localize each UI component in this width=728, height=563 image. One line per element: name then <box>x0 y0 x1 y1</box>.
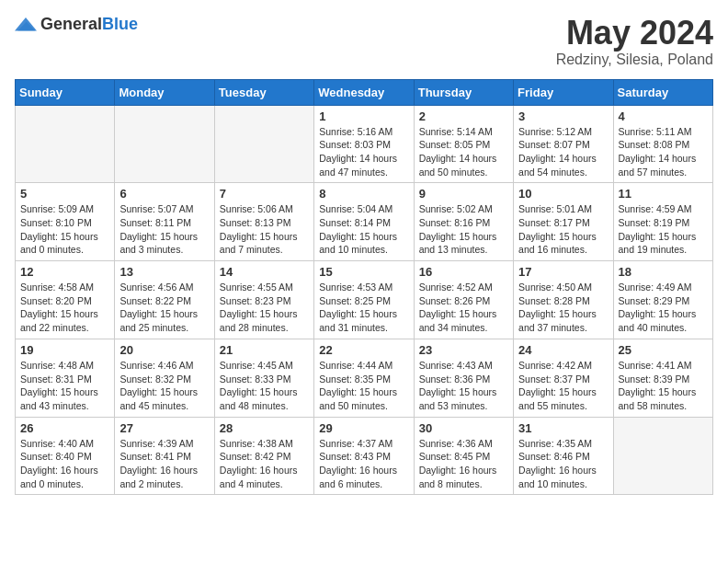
daylight-text: and 10 minutes. <box>518 478 587 489</box>
day-info: Sunrise: 5:12 AMSunset: 8:07 PMDaylight:… <box>518 125 608 179</box>
daylight-text: and 57 minutes. <box>619 167 688 178</box>
sunrise-text: Sunrise: 4:50 AM <box>518 282 592 293</box>
calendar-cell: 15Sunrise: 4:53 AMSunset: 8:25 PMDayligh… <box>314 261 414 339</box>
calendar-cell <box>613 417 712 495</box>
sunset-text: Sunset: 8:40 PM <box>20 451 92 462</box>
day-number: 18 <box>619 265 708 279</box>
day-info: Sunrise: 4:37 AMSunset: 8:43 PMDaylight:… <box>319 437 408 491</box>
calendar-cell: 28Sunrise: 4:38 AMSunset: 8:42 PMDayligh… <box>214 417 313 495</box>
daylight-text: Daylight: 15 hours <box>220 308 298 319</box>
sunrise-text: Sunrise: 5:02 AM <box>419 203 493 214</box>
daylight-text: and 37 minutes. <box>518 322 587 333</box>
sunrise-text: Sunrise: 5:09 AM <box>20 203 94 214</box>
day-number: 8 <box>319 187 408 201</box>
day-number: 23 <box>419 343 508 357</box>
day-number: 20 <box>119 343 209 357</box>
day-info: Sunrise: 4:50 AMSunset: 8:28 PMDaylight:… <box>518 281 608 335</box>
sunrise-text: Sunrise: 4:44 AM <box>319 360 392 371</box>
sunrise-text: Sunrise: 4:59 AM <box>619 203 692 214</box>
day-number: 29 <box>319 421 408 435</box>
daylight-text: and 28 minutes. <box>220 322 289 333</box>
sunset-text: Sunset: 8:17 PM <box>518 217 590 228</box>
sunset-text: Sunset: 8:29 PM <box>619 295 690 306</box>
daylight-text: Daylight: 15 hours <box>419 308 497 319</box>
daylight-text: and 40 minutes. <box>619 322 688 333</box>
calendar-cell: 5Sunrise: 5:09 AMSunset: 8:10 PMDaylight… <box>16 183 115 261</box>
weekday-header-row: SundayMondayTuesdayWednesdayThursdayFrid… <box>16 79 713 105</box>
sunrise-text: Sunrise: 4:40 AM <box>20 438 94 449</box>
daylight-text: Daylight: 15 hours <box>20 386 98 397</box>
daylight-text: Daylight: 15 hours <box>319 386 397 397</box>
day-number: 4 <box>619 109 708 123</box>
day-number: 14 <box>220 265 309 279</box>
day-info: Sunrise: 5:11 AMSunset: 8:08 PMDaylight:… <box>619 125 708 179</box>
sunset-text: Sunset: 8:33 PM <box>220 373 291 385</box>
calendar-cell: 13Sunrise: 4:56 AMSunset: 8:22 PMDayligh… <box>115 261 214 339</box>
weekday-header-saturday: Saturday <box>613 79 712 105</box>
daylight-text: Daylight: 15 hours <box>619 308 697 319</box>
sunrise-text: Sunrise: 5:14 AM <box>419 126 493 137</box>
day-number: 9 <box>419 187 508 201</box>
calendar-week-row: 12Sunrise: 4:58 AMSunset: 8:20 PMDayligh… <box>16 261 713 339</box>
sunrise-text: Sunrise: 4:55 AM <box>220 282 293 293</box>
daylight-text: Daylight: 15 hours <box>319 231 397 242</box>
sunset-text: Sunset: 8:26 PM <box>419 295 491 306</box>
day-info: Sunrise: 5:16 AMSunset: 8:03 PMDaylight:… <box>319 125 408 179</box>
sunrise-text: Sunrise: 5:06 AM <box>220 203 293 214</box>
sunrise-text: Sunrise: 4:38 AM <box>220 438 293 449</box>
day-number: 3 <box>518 109 608 123</box>
daylight-text: Daylight: 14 hours <box>518 153 597 164</box>
daylight-text: Daylight: 16 hours <box>119 465 198 476</box>
sunset-text: Sunset: 8:16 PM <box>419 217 491 228</box>
calendar-cell: 19Sunrise: 4:48 AMSunset: 8:31 PMDayligh… <box>16 339 115 417</box>
day-number: 19 <box>20 343 109 357</box>
sunset-text: Sunset: 8:03 PM <box>319 139 391 150</box>
day-number: 30 <box>419 421 508 435</box>
day-info: Sunrise: 4:41 AMSunset: 8:39 PMDaylight:… <box>619 359 708 413</box>
daylight-text: Daylight: 16 hours <box>518 465 597 476</box>
calendar-cell: 22Sunrise: 4:44 AMSunset: 8:35 PMDayligh… <box>314 339 414 417</box>
sunset-text: Sunset: 8:41 PM <box>119 451 191 462</box>
calendar-cell: 6Sunrise: 5:07 AMSunset: 8:11 PMDaylight… <box>115 183 214 261</box>
day-info: Sunrise: 5:04 AMSunset: 8:14 PMDaylight:… <box>319 202 408 257</box>
day-number: 5 <box>20 187 109 201</box>
daylight-text: Daylight: 15 hours <box>220 231 298 242</box>
calendar-cell: 1Sunrise: 5:16 AMSunset: 8:03 PMDaylight… <box>314 105 414 183</box>
daylight-text: Daylight: 14 hours <box>319 153 397 164</box>
calendar-cell: 9Sunrise: 5:02 AMSunset: 8:16 PMDaylight… <box>414 183 513 261</box>
daylight-text: and 34 minutes. <box>419 322 488 333</box>
calendar-cell: 21Sunrise: 4:45 AMSunset: 8:33 PMDayligh… <box>214 339 313 417</box>
day-info: Sunrise: 4:52 AMSunset: 8:26 PMDaylight:… <box>419 281 508 335</box>
sunrise-text: Sunrise: 5:12 AM <box>518 126 592 137</box>
daylight-text: Daylight: 14 hours <box>619 153 697 164</box>
calendar-cell: 20Sunrise: 4:46 AMSunset: 8:32 PMDayligh… <box>115 339 214 417</box>
weekday-header-tuesday: Tuesday <box>214 79 313 105</box>
sunset-text: Sunset: 8:28 PM <box>518 295 590 306</box>
day-info: Sunrise: 5:07 AMSunset: 8:11 PMDaylight:… <box>119 202 209 257</box>
daylight-text: and 48 minutes. <box>220 400 289 411</box>
day-number: 11 <box>619 187 708 201</box>
calendar-cell <box>115 105 214 183</box>
calendar-cell: 23Sunrise: 4:43 AMSunset: 8:36 PMDayligh… <box>414 339 513 417</box>
daylight-text: and 13 minutes. <box>419 244 488 255</box>
weekday-header-wednesday: Wednesday <box>314 79 414 105</box>
daylight-text: Daylight: 15 hours <box>20 308 98 319</box>
daylight-text: and 43 minutes. <box>20 400 89 411</box>
day-info: Sunrise: 4:39 AMSunset: 8:41 PMDaylight:… <box>119 437 209 491</box>
calendar-cell: 3Sunrise: 5:12 AMSunset: 8:07 PMDaylight… <box>514 105 613 183</box>
day-info: Sunrise: 5:06 AMSunset: 8:13 PMDaylight:… <box>220 202 309 257</box>
sunrise-text: Sunrise: 4:56 AM <box>119 282 193 293</box>
calendar-cell <box>214 105 313 183</box>
day-number: 13 <box>119 265 209 279</box>
month-title: May 2024 <box>556 15 713 52</box>
daylight-text: and 4 minutes. <box>220 478 283 489</box>
sunset-text: Sunset: 8:32 PM <box>119 373 191 385</box>
sunset-text: Sunset: 8:43 PM <box>319 451 391 462</box>
weekday-header-friday: Friday <box>514 79 613 105</box>
calendar-table: SundayMondayTuesdayWednesdayThursdayFrid… <box>15 79 713 496</box>
location-title: Redziny, Silesia, Poland <box>556 52 713 68</box>
sunrise-text: Sunrise: 5:04 AM <box>319 203 392 214</box>
sunrise-text: Sunrise: 4:42 AM <box>518 360 592 371</box>
daylight-text: Daylight: 15 hours <box>619 386 697 397</box>
day-info: Sunrise: 4:44 AMSunset: 8:35 PMDaylight:… <box>319 359 408 413</box>
